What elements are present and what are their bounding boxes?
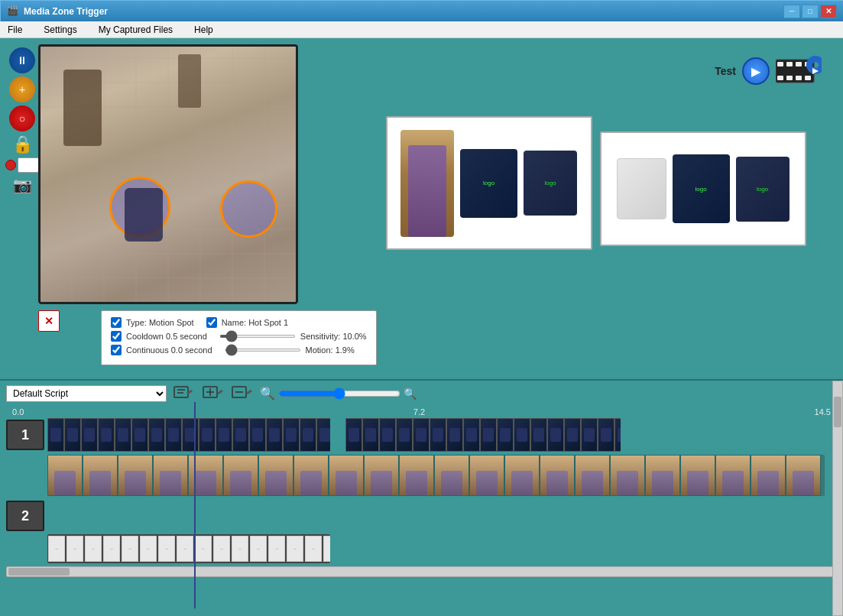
close-button[interactable]: ✕ [820,5,837,18]
menu-captured-files[interactable]: My Captured Files [94,23,177,37]
name-checkbox[interactable] [206,317,217,328]
track-1-number: 1 [21,427,29,443]
lock-button[interactable]: 🔒 [12,135,33,154]
rec-indicator [5,157,39,173]
menu-settings[interactable]: Settings [39,23,81,37]
product-panel-2: logo logo [600,131,806,246]
edit-icon[interactable] [173,384,194,403]
add-track-icon[interactable] [202,384,223,403]
menu-bar: File Settings My Captured Files Help [0,21,843,38]
app-icon: 🎬 [7,5,19,18]
name-label: Name: Hot Spot 1 [222,318,288,327]
minimize-button[interactable]: ─ [783,5,800,18]
svg-rect-2 [786,62,793,66]
ruler-start: 0.0 [12,407,24,417]
timeline-ruler: 0.0 7.2 14.5 [6,407,837,417]
ruler-middle: 7.2 [413,407,425,417]
settings-panel: Type: Motion Spot Name: Hot Spot 1 Coold… [101,310,377,365]
script-select[interactable]: Default Script [6,385,167,402]
type-label: Type: Motion Spot [126,318,194,327]
zoom-out-icon[interactable]: 🔍 [404,387,417,400]
v-scroll-thumb[interactable] [834,397,841,427]
zoom-in-icon[interactable]: 🔍 [260,386,275,400]
svg-rect-3 [796,62,802,66]
record-circle-button[interactable]: ○ [9,105,35,131]
sensitivity-label: Sensitivity: 10.0% [300,332,367,341]
svg-rect-7 [796,76,802,80]
motion-slider-container: Motion: 1.9% [225,345,355,355]
svg-rect-8 [805,76,811,80]
menu-file[interactable]: File [3,23,27,37]
h-scrollbar[interactable] [6,566,837,577]
motion-slider[interactable] [225,349,301,352]
svg-rect-6 [786,76,793,80]
v-scrollbar[interactable] [832,381,843,616]
continuous-checkbox[interactable] [111,345,122,355]
track-2-strip[interactable]: ~~~~~~~~~~~~~~~~~~~~~~ [47,534,330,563]
script-bar: Default Script [6,384,837,403]
test-area: Test ▶ [715,56,822,86]
product-panel-1: logo logo [386,116,592,250]
test-label: Test [715,65,736,77]
camera-button[interactable]: 📷 [13,176,32,194]
title-bar: 🎬 Media Zone Trigger ─ □ ✕ [0,0,843,21]
sensitivity-slider[interactable] [219,335,296,338]
cooldown-label: Cooldown 0.5 second [126,332,207,341]
svg-rect-5 [777,76,783,80]
sensitivity-slider-container: Sensitivity: 10.0% [219,332,367,341]
left-toolbar: ⏸ + ○ 🔒 📷 [6,44,38,373]
track-2-monitor: 2 [6,501,44,531]
add-button[interactable]: + [9,76,35,102]
continuous-label: Continuous 0.0 second [126,345,212,355]
svg-rect-1 [777,62,783,66]
test-play-button[interactable]: ▶ [742,57,770,85]
main-area: ⏸ + ○ 🔒 📷 [0,38,843,616]
motion-circle-2 [220,180,277,238]
track-1-monitor: 1 [6,420,44,450]
film-strip-decoration [776,56,822,86]
track-row-2: 2 [6,501,837,531]
video-preview [38,44,298,304]
pause-button[interactable]: ⏸ [9,47,35,73]
h-scroll-thumb[interactable] [8,568,70,575]
delete-button[interactable]: ✕ [38,310,60,332]
maximize-button[interactable]: □ [802,5,819,18]
track-2-number: 2 [21,508,29,524]
cooldown-checkbox[interactable] [111,331,122,342]
x-icon: ✕ [44,315,53,327]
window-controls: ─ □ ✕ [783,5,837,18]
menu-help[interactable]: Help [190,23,218,37]
motion-label: Motion: 1.9% [306,345,355,355]
type-checkbox[interactable] [111,317,122,328]
svg-rect-10 [174,387,188,397]
remove-track-icon[interactable] [231,384,252,403]
person-strip[interactable] [47,455,825,496]
ruler-end: 14.5 [815,407,831,417]
app-title: Media Zone Trigger [24,6,783,17]
zoom-slider[interactable] [278,387,400,400]
